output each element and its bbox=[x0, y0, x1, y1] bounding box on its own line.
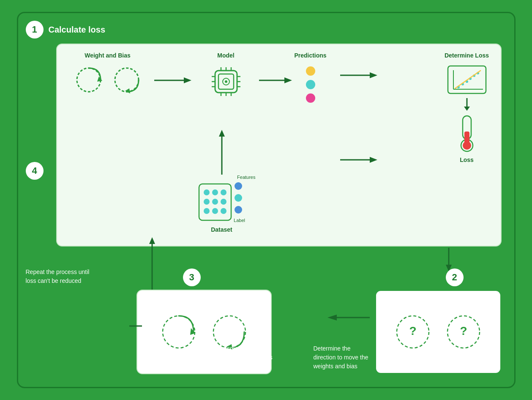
svg-point-58 bbox=[235, 194, 242, 202]
svg-line-40 bbox=[455, 71, 480, 88]
arrow-dataset-model bbox=[218, 128, 226, 176]
svg-marker-61 bbox=[219, 130, 225, 137]
dot-teal bbox=[306, 80, 315, 89]
svg-marker-28 bbox=[370, 72, 377, 78]
dot-yellow bbox=[306, 66, 315, 76]
chart-icon bbox=[446, 64, 488, 96]
svg-point-48 bbox=[204, 189, 210, 195]
svg-point-24 bbox=[306, 66, 315, 76]
arrow-pred-loss-bot bbox=[340, 153, 378, 168]
svg-point-51 bbox=[204, 199, 210, 205]
weight-bias-knobs bbox=[65, 65, 150, 95]
svg-rect-46 bbox=[464, 132, 469, 146]
svg-point-54 bbox=[204, 208, 210, 214]
label-dot-2 bbox=[234, 193, 243, 203]
svg-point-50 bbox=[221, 189, 226, 195]
step2-label: Determine the direction to move the weig… bbox=[314, 344, 368, 371]
arrow-step2-to-step3 bbox=[327, 312, 370, 324]
model-section: Model bbox=[201, 52, 251, 99]
step3-knob1 bbox=[160, 313, 198, 351]
svg-point-52 bbox=[212, 199, 218, 205]
step3-label: Move a small amount in the direction tha… bbox=[206, 344, 274, 371]
label-dot-3 bbox=[234, 205, 243, 214]
weight-bias-label: Weight and Bias bbox=[65, 52, 150, 59]
determine-loss-label: Determine Loss bbox=[442, 52, 492, 59]
svg-point-53 bbox=[221, 199, 226, 205]
arrow-wb-model bbox=[154, 74, 192, 88]
svg-marker-71 bbox=[327, 315, 337, 321]
determine-loss-section: Determine Loss bbox=[442, 52, 492, 163]
loss-label: Loss bbox=[442, 156, 492, 163]
dataset-label: Dataset bbox=[184, 226, 260, 233]
svg-point-25 bbox=[306, 80, 315, 89]
svg-marker-3 bbox=[125, 88, 130, 93]
thermometer-icon bbox=[454, 112, 480, 155]
svg-marker-5 bbox=[184, 77, 191, 83]
prediction-dots bbox=[289, 66, 332, 103]
step4-badge: 4 bbox=[26, 162, 44, 180]
svg-marker-42 bbox=[464, 107, 470, 111]
dataset-section: Features bbox=[184, 175, 260, 233]
step4-label: Repeat the process until loss can't be r… bbox=[26, 268, 93, 285]
arrow-chart-thermo bbox=[463, 98, 471, 111]
arrow-step3-return-h bbox=[127, 321, 142, 333]
step2-knob1: ? bbox=[394, 313, 432, 351]
svg-marker-30 bbox=[370, 157, 377, 163]
svg-point-56 bbox=[221, 208, 226, 214]
step2-badge: 2 bbox=[446, 268, 464, 286]
model-chip-icon bbox=[209, 65, 243, 99]
step2-knob2: ? bbox=[445, 313, 483, 351]
dataset-grid-icon bbox=[198, 183, 232, 221]
svg-point-55 bbox=[212, 208, 218, 214]
arrow-pred-loss-top bbox=[340, 69, 378, 83]
top-diagram-card: Weight and Bias bbox=[56, 44, 502, 247]
weight-knob bbox=[74, 65, 104, 95]
step1-badge: 1 bbox=[26, 21, 44, 38]
svg-text:?: ? bbox=[409, 324, 416, 337]
dot-pink bbox=[306, 93, 315, 103]
svg-point-21 bbox=[225, 80, 227, 83]
weight-bias-section: Weight and Bias bbox=[65, 52, 150, 95]
arrow-model-pred bbox=[259, 74, 293, 88]
model-label: Model bbox=[201, 52, 251, 59]
svg-point-2 bbox=[115, 68, 139, 92]
step1-label: Calculate loss bbox=[49, 25, 106, 35]
label-text: Label bbox=[234, 218, 245, 223]
step3-badge: 3 bbox=[183, 268, 201, 286]
bias-knob bbox=[112, 65, 142, 95]
svg-marker-63 bbox=[149, 237, 155, 244]
predictions-label: Predictions bbox=[289, 52, 332, 59]
predictions-section: Predictions bbox=[289, 52, 332, 103]
svg-marker-1 bbox=[97, 77, 102, 82]
svg-point-0 bbox=[77, 68, 101, 92]
svg-point-57 bbox=[235, 182, 242, 190]
step2-card: ? ? bbox=[375, 290, 502, 374]
svg-point-49 bbox=[212, 189, 218, 195]
main-container: 1 Calculate loss Weight and Bias bbox=[17, 12, 516, 388]
svg-point-26 bbox=[306, 93, 315, 103]
svg-point-59 bbox=[235, 206, 242, 214]
label-dot-1 bbox=[234, 181, 243, 191]
svg-text:?: ? bbox=[460, 324, 467, 337]
